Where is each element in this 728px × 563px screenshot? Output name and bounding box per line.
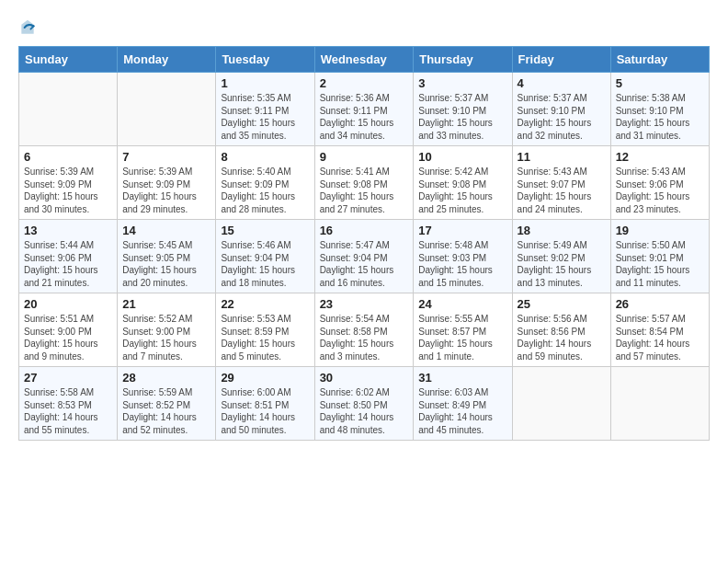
day-info: Sunrise: 5:38 AM Sunset: 9:10 PM Dayligh… xyxy=(616,92,704,142)
calendar-cell: 23Sunrise: 5:54 AM Sunset: 8:58 PM Dayli… xyxy=(314,293,414,367)
day-number: 22 xyxy=(221,297,309,311)
calendar-cell: 6Sunrise: 5:39 AM Sunset: 9:09 PM Daylig… xyxy=(19,146,118,220)
weekday-header-monday: Monday xyxy=(118,47,216,73)
day-info: Sunrise: 5:59 AM Sunset: 8:52 PM Dayligh… xyxy=(122,386,210,436)
day-number: 23 xyxy=(320,297,409,311)
weekday-header-tuesday: Tuesday xyxy=(216,47,314,73)
day-number: 21 xyxy=(122,297,210,311)
calendar-cell: 2Sunrise: 5:36 AM Sunset: 9:11 PM Daylig… xyxy=(314,73,414,146)
day-info: Sunrise: 5:37 AM Sunset: 9:10 PM Dayligh… xyxy=(418,92,506,142)
day-number: 19 xyxy=(616,224,704,237)
weekday-header-saturday: Saturday xyxy=(610,47,709,73)
day-info: Sunrise: 5:53 AM Sunset: 8:59 PM Dayligh… xyxy=(221,313,309,362)
day-info: Sunrise: 5:39 AM Sunset: 9:09 PM Dayligh… xyxy=(24,166,112,215)
weekday-header-friday: Friday xyxy=(512,47,610,73)
day-number: 7 xyxy=(122,150,210,164)
calendar-cell: 14Sunrise: 5:45 AM Sunset: 9:05 PM Dayli… xyxy=(118,220,216,293)
calendar-cell: 31Sunrise: 6:03 AM Sunset: 8:49 PM Dayli… xyxy=(414,367,512,441)
calendar-cell: 9Sunrise: 5:41 AM Sunset: 9:08 PM Daylig… xyxy=(314,146,414,220)
day-info: Sunrise: 6:00 AM Sunset: 8:51 PM Dayligh… xyxy=(221,386,309,436)
calendar-cell: 18Sunrise: 5:49 AM Sunset: 9:02 PM Dayli… xyxy=(512,220,610,293)
day-number: 26 xyxy=(616,297,704,311)
weekday-header-wednesday: Wednesday xyxy=(314,47,414,73)
day-info: Sunrise: 5:36 AM Sunset: 9:11 PM Dayligh… xyxy=(320,92,409,142)
calendar-cell: 8Sunrise: 5:40 AM Sunset: 9:09 PM Daylig… xyxy=(216,146,314,220)
day-info: Sunrise: 5:45 AM Sunset: 9:05 PM Dayligh… xyxy=(122,239,210,289)
calendar-cell xyxy=(19,73,118,146)
day-info: Sunrise: 5:50 AM Sunset: 9:01 PM Dayligh… xyxy=(616,239,704,289)
calendar-week-5: 27Sunrise: 5:58 AM Sunset: 8:53 PM Dayli… xyxy=(19,367,710,441)
calendar-cell: 13Sunrise: 5:44 AM Sunset: 9:06 PM Dayli… xyxy=(19,220,118,293)
day-info: Sunrise: 5:37 AM Sunset: 9:10 PM Dayligh… xyxy=(518,92,606,142)
calendar-cell: 10Sunrise: 5:42 AM Sunset: 9:08 PM Dayli… xyxy=(414,146,512,220)
day-info: Sunrise: 5:41 AM Sunset: 9:08 PM Dayligh… xyxy=(320,166,409,215)
day-info: Sunrise: 5:40 AM Sunset: 9:09 PM Dayligh… xyxy=(221,166,309,215)
calendar-cell: 7Sunrise: 5:39 AM Sunset: 9:09 PM Daylig… xyxy=(118,146,216,220)
day-number: 15 xyxy=(221,224,309,237)
calendar-cell: 1Sunrise: 5:35 AM Sunset: 9:11 PM Daylig… xyxy=(216,73,314,146)
calendar-cell: 20Sunrise: 5:51 AM Sunset: 9:00 PM Dayli… xyxy=(19,293,118,367)
day-number: 24 xyxy=(418,297,506,311)
calendar-cell: 19Sunrise: 5:50 AM Sunset: 9:01 PM Dayli… xyxy=(610,220,709,293)
day-number: 4 xyxy=(518,76,606,90)
day-number: 14 xyxy=(122,224,210,237)
calendar-cell: 17Sunrise: 5:48 AM Sunset: 9:03 PM Dayli… xyxy=(414,220,512,293)
calendar-week-2: 6Sunrise: 5:39 AM Sunset: 9:09 PM Daylig… xyxy=(19,146,710,220)
day-info: Sunrise: 5:43 AM Sunset: 9:06 PM Dayligh… xyxy=(616,166,704,215)
day-number: 11 xyxy=(518,150,606,164)
calendar-cell: 5Sunrise: 5:38 AM Sunset: 9:10 PM Daylig… xyxy=(610,73,709,146)
calendar-week-4: 20Sunrise: 5:51 AM Sunset: 9:00 PM Dayli… xyxy=(19,293,710,367)
calendar-cell: 29Sunrise: 6:00 AM Sunset: 8:51 PM Dayli… xyxy=(216,367,314,441)
day-number: 17 xyxy=(418,224,506,237)
calendar-cell: 25Sunrise: 5:56 AM Sunset: 8:56 PM Dayli… xyxy=(512,293,610,367)
logo xyxy=(18,18,40,37)
calendar-cell: 22Sunrise: 5:53 AM Sunset: 8:59 PM Dayli… xyxy=(216,293,314,367)
day-info: Sunrise: 5:57 AM Sunset: 8:54 PM Dayligh… xyxy=(616,313,704,362)
day-number: 27 xyxy=(24,371,112,385)
day-number: 29 xyxy=(221,371,309,385)
day-info: Sunrise: 5:47 AM Sunset: 9:04 PM Dayligh… xyxy=(320,239,409,289)
calendar-cell: 26Sunrise: 5:57 AM Sunset: 8:54 PM Dayli… xyxy=(610,293,709,367)
day-info: Sunrise: 5:56 AM Sunset: 8:56 PM Dayligh… xyxy=(518,313,606,362)
calendar-cell: 24Sunrise: 5:55 AM Sunset: 8:57 PM Dayli… xyxy=(414,293,512,367)
day-number: 30 xyxy=(320,371,409,385)
calendar-cell: 12Sunrise: 5:43 AM Sunset: 9:06 PM Dayli… xyxy=(610,146,709,220)
day-info: Sunrise: 5:44 AM Sunset: 9:06 PM Dayligh… xyxy=(24,239,112,289)
day-info: Sunrise: 5:49 AM Sunset: 9:02 PM Dayligh… xyxy=(518,239,606,289)
day-number: 31 xyxy=(418,371,506,385)
day-info: Sunrise: 5:39 AM Sunset: 9:09 PM Dayligh… xyxy=(122,166,210,215)
day-info: Sunrise: 5:46 AM Sunset: 9:04 PM Dayligh… xyxy=(221,239,309,289)
day-number: 16 xyxy=(320,224,409,237)
calendar-cell: 3Sunrise: 5:37 AM Sunset: 9:10 PM Daylig… xyxy=(414,73,512,146)
day-number: 6 xyxy=(24,150,112,164)
day-number: 20 xyxy=(24,297,112,311)
calendar-week-1: 1Sunrise: 5:35 AM Sunset: 9:11 PM Daylig… xyxy=(19,73,710,146)
day-number: 10 xyxy=(418,150,506,164)
calendar-cell: 11Sunrise: 5:43 AM Sunset: 9:07 PM Dayli… xyxy=(512,146,610,220)
day-info: Sunrise: 5:35 AM Sunset: 9:11 PM Dayligh… xyxy=(221,92,309,142)
day-info: Sunrise: 5:42 AM Sunset: 9:08 PM Dayligh… xyxy=(418,166,506,215)
day-info: Sunrise: 5:54 AM Sunset: 8:58 PM Dayligh… xyxy=(320,313,409,362)
logo-icon xyxy=(18,18,37,37)
calendar-cell: 16Sunrise: 5:47 AM Sunset: 9:04 PM Dayli… xyxy=(314,220,414,293)
day-number: 5 xyxy=(616,76,704,90)
day-number: 3 xyxy=(418,76,506,90)
weekday-header-sunday: Sunday xyxy=(19,47,118,73)
calendar-cell: 15Sunrise: 5:46 AM Sunset: 9:04 PM Dayli… xyxy=(216,220,314,293)
calendar-cell xyxy=(512,367,610,441)
calendar-cell xyxy=(610,367,709,441)
day-info: Sunrise: 5:58 AM Sunset: 8:53 PM Dayligh… xyxy=(24,386,112,436)
calendar-table: SundayMondayTuesdayWednesdayThursdayFrid… xyxy=(18,46,710,441)
day-number: 12 xyxy=(616,150,704,164)
day-number: 2 xyxy=(320,76,409,90)
day-number: 13 xyxy=(24,224,112,237)
page-header xyxy=(18,18,710,37)
calendar-cell: 21Sunrise: 5:52 AM Sunset: 9:00 PM Dayli… xyxy=(118,293,216,367)
day-number: 25 xyxy=(518,297,606,311)
calendar-week-3: 13Sunrise: 5:44 AM Sunset: 9:06 PM Dayli… xyxy=(19,220,710,293)
day-info: Sunrise: 6:03 AM Sunset: 8:49 PM Dayligh… xyxy=(418,386,506,436)
day-number: 28 xyxy=(122,371,210,385)
day-number: 18 xyxy=(518,224,606,237)
day-info: Sunrise: 6:02 AM Sunset: 8:50 PM Dayligh… xyxy=(320,386,409,436)
day-info: Sunrise: 5:55 AM Sunset: 8:57 PM Dayligh… xyxy=(418,313,506,362)
